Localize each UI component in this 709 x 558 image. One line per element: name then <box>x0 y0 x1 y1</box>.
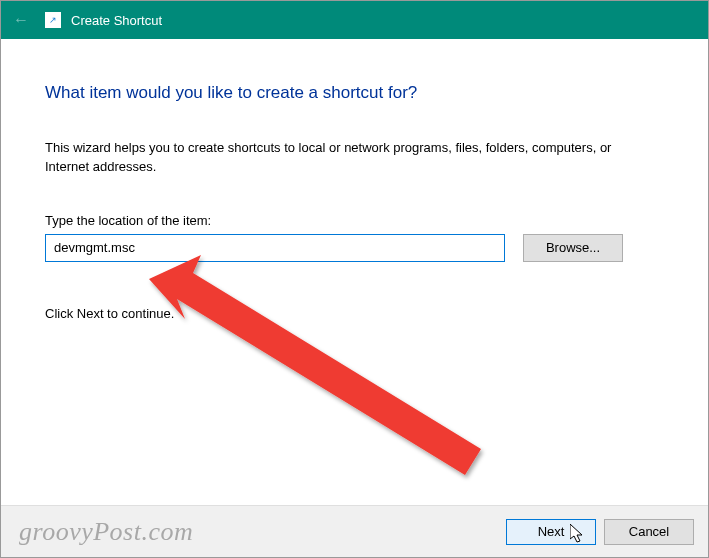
window-title: Create Shortcut <box>71 13 162 28</box>
wizard-description: This wizard helps you to create shortcut… <box>45 139 625 177</box>
shortcut-icon: ↗ <box>45 12 61 28</box>
next-button[interactable]: Next <box>506 519 596 545</box>
cancel-button[interactable]: Cancel <box>604 519 694 545</box>
continue-instruction: Click Next to continue. <box>45 306 664 321</box>
titlebar: ← ↗ Create Shortcut <box>1 1 708 39</box>
location-row: Browse... <box>45 234 664 262</box>
wizard-content: What item would you like to create a sho… <box>1 39 708 341</box>
wizard-footer: Next Cancel <box>1 505 708 557</box>
location-input[interactable] <box>45 234 505 262</box>
browse-button[interactable]: Browse... <box>523 234 623 262</box>
location-label: Type the location of the item: <box>45 213 664 228</box>
page-heading: What item would you like to create a sho… <box>45 83 664 103</box>
back-arrow-icon: ← <box>13 11 29 29</box>
